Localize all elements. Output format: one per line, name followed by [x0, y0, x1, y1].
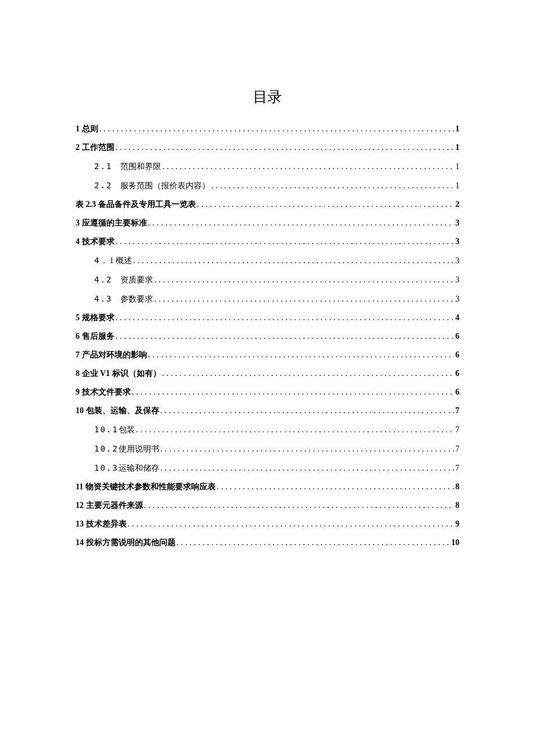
toc-leader-dots	[132, 388, 455, 396]
toc-entry-label: 10 包装、运输、及保存	[76, 407, 159, 415]
toc-leader-dots	[160, 407, 455, 415]
toc-entry-page: 2	[455, 200, 459, 209]
toc-entry-number: 4.2	[94, 275, 112, 284]
toc-title: 目录	[76, 87, 459, 106]
toc-leader-dots	[197, 200, 455, 209]
toc-entry-label: 7 产品对环境的影响	[76, 351, 147, 359]
toc-leader-dots	[148, 351, 455, 359]
toc-entry-label: 表 2.3 备品备件及专用工具一览表	[76, 200, 196, 209]
toc-entry-label: 1 总则	[76, 125, 98, 133]
toc-entry[interactable]: 3 应遵循的主要标准3	[76, 219, 459, 227]
toc-entry-number: 10.2	[94, 445, 119, 453]
toc-entry-number: 2.1	[94, 162, 112, 170]
toc-entry[interactable]: 4.2资质要求3	[76, 275, 459, 284]
toc-entry-page: 1	[455, 182, 459, 190]
toc-leader-dots	[116, 332, 455, 341]
toc-entry-page: 3	[455, 219, 459, 227]
toc-entry[interactable]: 4．1 概述3	[76, 256, 459, 265]
toc-entry-page: 1	[455, 144, 459, 152]
toc-leader-dots	[133, 257, 454, 265]
toc-entry[interactable]: 12 主要元器件来源8	[76, 501, 459, 510]
toc-entry-number: 10.1	[94, 425, 119, 433]
toc-entry-label: 4 技术要求	[76, 238, 115, 246]
toc-entry-label: 12 主要元器件来源	[76, 501, 143, 510]
toc-entry-page: 7	[455, 445, 459, 453]
toc-entry-page: 8	[455, 483, 459, 491]
toc-entry-label: 2 工作范围	[76, 144, 115, 152]
toc-leader-dots	[128, 520, 455, 528]
toc-entry-page: 1	[455, 163, 459, 171]
toc-leader-dots	[144, 501, 455, 510]
toc-entry-label: 4.2资质要求	[94, 275, 153, 284]
toc-entry-page: 10	[451, 539, 459, 547]
toc-entry-page: 9	[455, 520, 459, 528]
toc-entry[interactable]: 10 包装、运输、及保存7	[76, 407, 459, 415]
toc-entry[interactable]: 4 技术要求3	[76, 238, 459, 246]
toc-entry[interactable]: 13 技术差异表9	[76, 520, 459, 528]
toc-entry-page: 4	[455, 314, 459, 322]
toc-entry[interactable]: 6 售后服务6	[76, 332, 459, 341]
toc-entry-page: 6	[455, 370, 459, 378]
toc-entry[interactable]: 9 技术文件要求6	[76, 388, 459, 396]
toc-entry-label: 11 物资关键技术参数和性能要求响应表	[76, 483, 216, 491]
toc-entry-number: 4.3	[94, 295, 112, 303]
toc-entry-label: 6 售后服务	[76, 332, 115, 341]
toc-entry-number: 4．	[94, 256, 109, 264]
toc-entry-page: 3	[455, 238, 459, 246]
toc-entry-page: 7	[455, 426, 459, 434]
toc-leader-dots	[162, 163, 454, 171]
toc-entry[interactable]: 14 投标方需说明的其他问题10	[76, 539, 459, 547]
toc-entry[interactable]: 2 工作范围1	[76, 144, 459, 152]
toc-entry-label: 10.3运输和储存	[94, 464, 159, 472]
table-of-contents: 1 总则12 工作范围12.1范围和界限12.2服务范围（报价表内容）1表 2.…	[76, 125, 459, 547]
toc-leader-dots	[116, 144, 455, 152]
toc-entry-page: 3	[455, 276, 459, 284]
toc-entry[interactable]: 5 规格要求4	[76, 314, 459, 322]
toc-entry-number: 2.2	[94, 181, 112, 189]
toc-entry-page: 7	[455, 407, 459, 415]
toc-leader-dots	[162, 370, 454, 378]
toc-leader-dots	[148, 219, 455, 227]
toc-entry-label: 13 技术差异表	[76, 520, 127, 528]
toc-entry-page: 1	[455, 125, 459, 133]
toc-entry[interactable]: 10.2使用说明书7	[76, 445, 459, 453]
toc-entry[interactable]: 11 物资关键技术参数和性能要求响应表8	[76, 483, 459, 491]
toc-entry[interactable]: 10.3运输和储存7	[76, 464, 459, 472]
toc-leader-dots	[211, 182, 454, 190]
toc-entry[interactable]: 1 总则1	[76, 125, 459, 133]
toc-leader-dots	[99, 125, 455, 133]
toc-entry[interactable]: 2.1范围和界限1	[76, 162, 459, 171]
toc-entry-page: 7	[455, 464, 459, 472]
toc-entry-label: 5 规格要求	[76, 314, 115, 322]
toc-leader-dots	[154, 276, 454, 284]
toc-entry-label: 9 技术文件要求	[76, 388, 131, 396]
toc-entry-label: 10.1包装	[94, 425, 135, 434]
toc-leader-dots	[177, 539, 451, 547]
toc-leader-dots	[217, 483, 454, 491]
toc-entry-label: 2.1范围和界限	[94, 162, 161, 171]
toc-entry[interactable]: 2.2服务范围（报价表内容）1	[76, 181, 459, 190]
toc-leader-dots	[116, 238, 455, 246]
toc-leader-dots	[160, 464, 454, 472]
toc-entry-label: 4．1 概述	[94, 256, 132, 265]
toc-leader-dots	[154, 295, 454, 303]
toc-entry[interactable]: 4.3参数要求3	[76, 295, 459, 303]
toc-entry-page: 8	[455, 501, 459, 510]
toc-entry-label: 3 应遵循的主要标准	[76, 219, 147, 227]
toc-leader-dots	[160, 445, 454, 453]
toc-entry[interactable]: 8 企业 V1 标识（如有）6	[76, 370, 459, 378]
toc-entry-label: 8 企业 V1 标识（如有）	[76, 370, 161, 378]
toc-entry-page: 3	[455, 257, 459, 265]
toc-entry-page: 6	[455, 351, 459, 359]
toc-entry-number: 10.3	[94, 464, 119, 472]
toc-entry-label: 4.3参数要求	[94, 295, 153, 303]
toc-entry-label: 10.2使用说明书	[94, 445, 159, 453]
toc-entry-page: 3	[455, 295, 459, 303]
toc-entry-label: 14 投标方需说明的其他问题	[76, 539, 176, 547]
toc-entry[interactable]: 10.1包装7	[76, 425, 459, 434]
toc-entry-page: 6	[455, 332, 459, 341]
toc-leader-dots	[136, 426, 454, 434]
toc-entry[interactable]: 7 产品对环境的影响6	[76, 351, 459, 359]
toc-entry-page: 6	[455, 388, 459, 396]
toc-entry[interactable]: 表 2.3 备品备件及专用工具一览表2	[76, 200, 459, 209]
